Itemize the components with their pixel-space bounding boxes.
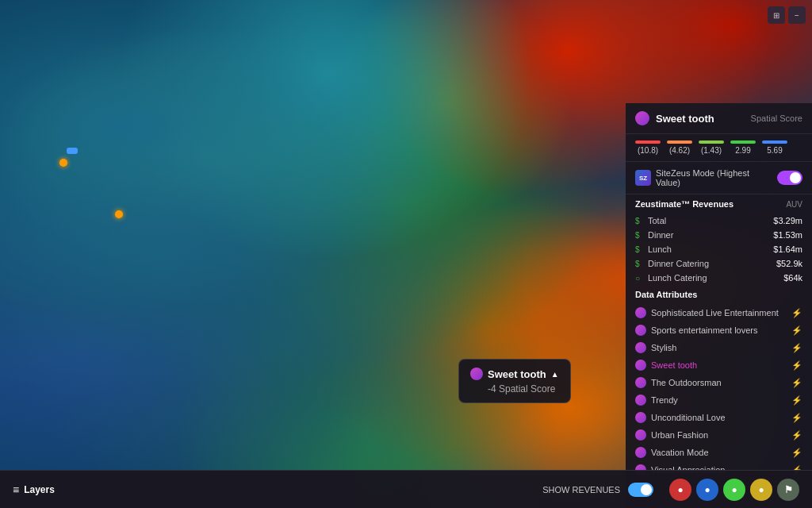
dollar-icon-total: $ — [635, 217, 643, 225]
attr-label-2: Stylish — [651, 343, 787, 352]
bottom-icons: ● ● ● ● ⚑ — [669, 479, 799, 501]
tooltip-triangle-icon: ▲ — [551, 370, 559, 379]
revenue-row-dinner-catering: $ Dinner Catering $52.9k — [626, 256, 812, 271]
attr-dot-3 — [635, 360, 646, 371]
attr-label-4: The Outdoorsman — [651, 378, 787, 387]
dollar-icon-lunch: $ — [635, 245, 643, 254]
top-right-controls: ⊞ − — [768, 6, 806, 24]
lightning-icon-5: ⚡ — [791, 395, 802, 406]
lightning-icon-8: ⚡ — [791, 448, 802, 458]
attr-dot-4 — [635, 377, 646, 388]
show-revenues-toggle[interactable] — [628, 483, 653, 497]
show-revenues-label: SHOW REVENUES — [542, 485, 620, 495]
lightning-icon-4: ⚡ — [791, 378, 802, 388]
grid-button[interactable]: ⊞ — [768, 6, 785, 24]
revenue-label-dinner: Dinner — [648, 230, 768, 240]
bottom-bar: ≡ Layers SHOW REVENUES ● ● ● ● ⚑ — [0, 470, 812, 508]
sz-badge: SZ — [635, 170, 651, 186]
attr-row-1: Sports entertainment lovers ⚡ — [626, 321, 812, 339]
layers-label: Layers — [24, 484, 55, 495]
attr-dot-8 — [635, 447, 646, 458]
revenue-label-lunch: Lunch — [648, 244, 768, 254]
sitezeus-toggle[interactable] — [777, 171, 802, 185]
bottom-btn-yellow[interactable]: ● — [750, 479, 772, 501]
revenue-label-lunch-catering: Lunch Catering — [648, 273, 779, 283]
panel-title: Sweet tooth — [656, 113, 751, 125]
score-bars: (10.8) (4.62) (1.43) 2.99 5.69 — [626, 134, 812, 162]
map-marker-blue — [67, 148, 78, 154]
revenue-row-lunch-catering: ○ Lunch Catering $64k — [626, 271, 812, 285]
lightning-icon-7: ⚡ — [791, 430, 802, 441]
revenue-row-lunch: $ Lunch $1.64m — [626, 242, 812, 256]
sitezeus-mode-row: SZ SiteZeus Mode (Highest Value) — [626, 162, 812, 194]
attr-label-7: Urban Fashion — [651, 430, 787, 440]
lightning-icon-2: ⚡ — [791, 343, 802, 353]
minus-button[interactable]: − — [788, 6, 806, 24]
map-marker-orange-1 — [59, 159, 67, 167]
lightning-icon-3: ⚡ — [791, 360, 802, 371]
score-bar-1: (10.8) — [635, 140, 661, 155]
score-bar-3: (1.43) — [699, 140, 724, 155]
circle-icon-lunch-catering: ○ — [635, 274, 643, 283]
dollar-icon-dinner-catering: $ — [635, 260, 643, 268]
score-bar-line-2 — [667, 140, 692, 144]
panel-header: Sweet tooth Spatial Score — [626, 103, 812, 134]
score-bar-line-4 — [730, 140, 756, 144]
score-bar-5: 5.69 — [762, 140, 787, 155]
revenue-label-dinner-catering: Dinner Catering — [648, 259, 772, 268]
map-tooltip: Sweet tooth ▲ -4 Spatial Score — [458, 359, 571, 403]
revenue-row-total: $ Total $3.29m — [626, 214, 812, 228]
revenue-value-lunch-catering: $64k — [783, 273, 802, 283]
tooltip-title: Sweet tooth — [488, 368, 546, 380]
revenue-value-total: $3.29m — [773, 216, 802, 225]
score-bar-line-1 — [635, 140, 661, 144]
attr-row-2: Stylish ⚡ — [626, 339, 812, 356]
attr-dot-7 — [635, 429, 646, 441]
attr-dot-1 — [635, 325, 646, 336]
attr-dot-2 — [635, 342, 646, 353]
score-bar-value-5: 5.69 — [767, 146, 782, 155]
lightning-icon-6: ⚡ — [791, 413, 802, 423]
mode-label: SiteZeus Mode (Highest Value) — [656, 168, 772, 187]
attr-row-4: The Outdoorsman ⚡ — [626, 374, 812, 391]
attr-dot-0 — [635, 307, 646, 318]
tooltip-score: -4 Spatial Score — [470, 383, 559, 394]
attr-row-6: Unconditional Love ⚡ — [626, 409, 812, 426]
attr-row-5: Trendy ⚡ — [626, 391, 812, 409]
attr-label-6: Unconditional Love — [651, 413, 787, 422]
attr-label-8: Vacation Mode — [651, 448, 787, 457]
revenues-badge: AUV — [786, 200, 802, 209]
toggle-revenues-knob — [641, 484, 652, 495]
attr-label-1: Sports entertainment lovers — [651, 325, 787, 335]
layers-icon: ≡ — [13, 483, 19, 496]
attr-row-8: Vacation Mode ⚡ — [626, 444, 812, 461]
score-bar-value-3: (1.43) — [701, 146, 722, 155]
score-bar-2: (4.62) — [667, 140, 692, 155]
revenues-title: Zeustimate™ Revenues — [635, 199, 733, 209]
toggle-knob — [790, 172, 801, 183]
attr-dot-5 — [635, 394, 646, 406]
layers-section: ≡ Layers — [13, 483, 534, 496]
revenue-value-dinner: $1.53m — [773, 230, 802, 240]
revenue-label-total: Total — [648, 216, 768, 225]
lightning-icon-0: ⚡ — [791, 308, 802, 318]
score-bar-line-5 — [762, 140, 787, 144]
attr-label-3: Sweet tooth — [651, 360, 787, 370]
panel-subtitle: Spatial Score — [751, 114, 802, 123]
attr-row-7: Urban Fashion ⚡ — [626, 426, 812, 444]
score-bar-value-2: (4.62) — [669, 146, 690, 155]
bottom-btn-blue[interactable]: ● — [696, 479, 718, 501]
bottom-btn-green[interactable]: ● — [723, 479, 745, 501]
dollar-icon-dinner: $ — [635, 231, 643, 240]
attr-row-3: Sweet tooth ⚡ — [626, 356, 812, 374]
data-attributes-header: Data Attributes — [626, 285, 812, 304]
score-bar-line-3 — [699, 140, 724, 144]
map-marker-orange-2 — [115, 210, 123, 218]
attr-row-0: Sophisticated Live Entertainment ⚡ — [626, 304, 812, 321]
bottom-btn-flag[interactable]: ⚑ — [777, 479, 799, 501]
bottom-btn-red[interactable]: ● — [669, 479, 691, 501]
panel-logo-icon — [635, 111, 649, 125]
revenue-row-dinner: $ Dinner $1.53m — [626, 228, 812, 242]
revenues-section-header: Zeustimate™ Revenues AUV — [626, 194, 812, 214]
data-attributes-title: Data Attributes — [635, 290, 697, 299]
